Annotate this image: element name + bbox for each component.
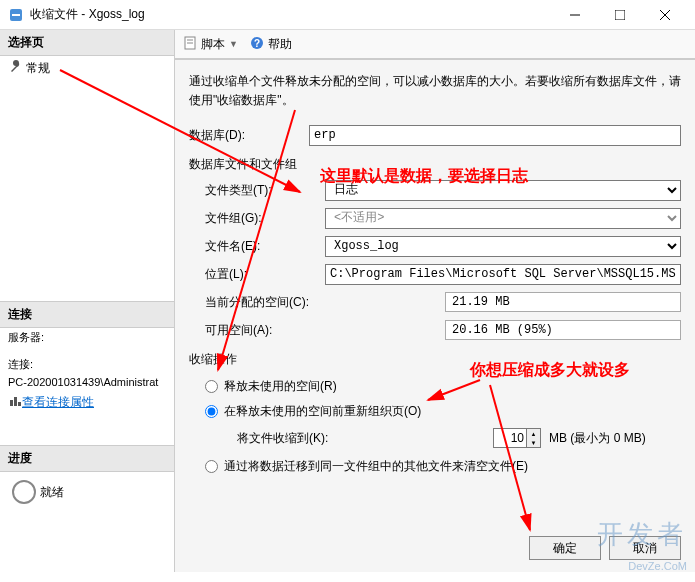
svg-text:?: ? (254, 38, 260, 49)
properties-icon (8, 394, 22, 411)
radio-reorganize[interactable] (205, 405, 218, 418)
sidebar: 选择页 常规 连接 服务器: 连接: PC-202001031439\Admin… (0, 30, 175, 572)
watermark-text: 开发者 (597, 517, 687, 552)
app-icon (8, 7, 24, 23)
filetype-label: 文件类型(T): (205, 182, 325, 199)
filegroup-section-label: 数据库文件和文件组 (189, 156, 681, 173)
shrink-size-input[interactable] (494, 429, 526, 447)
maximize-button[interactable] (597, 0, 642, 29)
connection-value: PC-202001031439\Administrat (0, 374, 174, 390)
filegroup-select[interactable]: <不适用> (325, 208, 681, 229)
filetype-select[interactable]: 日志 (325, 180, 681, 201)
ok-button[interactable]: 确定 (529, 536, 601, 560)
avail-space-value: 20.16 MB (95%) (445, 320, 681, 340)
script-button[interactable]: 脚本 ▼ (183, 36, 238, 53)
view-props-link[interactable]: 查看连接属性 (22, 394, 94, 411)
radio3-label: 通过将数据迁移到同一文件组中的其他文件来清空文件(E) (224, 458, 528, 475)
watermark-url: DevZe.CoM (628, 560, 687, 572)
select-page-header: 选择页 (0, 30, 174, 56)
radio-release-unused[interactable] (205, 380, 218, 393)
help-label: 帮助 (268, 36, 292, 53)
progress-status: 就绪 (0, 472, 174, 512)
close-button[interactable] (642, 0, 687, 29)
progress-text: 就绪 (40, 484, 64, 501)
radio1-label: 释放未使用的空间(R) (224, 378, 337, 395)
sidebar-item-label: 常规 (26, 60, 50, 77)
script-icon (183, 36, 197, 53)
avail-space-label: 可用空间(A): (205, 322, 445, 339)
connection-header: 连接 (0, 301, 174, 328)
spinner-down[interactable]: ▼ (527, 438, 540, 447)
progress-header: 进度 (0, 445, 174, 472)
help-button[interactable]: ? 帮助 (250, 36, 292, 53)
filegroup-label: 文件组(G): (205, 210, 325, 227)
help-icon: ? (250, 36, 264, 53)
connection-label: 连接: (0, 355, 174, 374)
svg-rect-3 (615, 10, 625, 20)
radio2-label: 在释放未使用的空间前重新组织页(O) (224, 403, 421, 420)
progress-circle-icon (12, 480, 36, 504)
view-connection-props[interactable]: 查看连接属性 (0, 390, 174, 415)
script-label: 脚本 (201, 36, 225, 53)
radio-empty-file[interactable] (205, 460, 218, 473)
spinner-up[interactable]: ▲ (527, 429, 540, 438)
database-field[interactable] (309, 125, 681, 146)
titlebar: 收缩文件 - Xgoss_log (0, 0, 695, 30)
filename-select[interactable]: Xgoss_log (325, 236, 681, 257)
wrench-icon (8, 60, 22, 77)
database-label: 数据库(D): (189, 127, 309, 144)
window-title: 收缩文件 - Xgoss_log (30, 6, 552, 23)
location-field[interactable] (325, 264, 681, 285)
current-space-value: 21.19 MB (445, 292, 681, 312)
svg-rect-7 (14, 397, 17, 406)
chevron-down-icon: ▼ (229, 39, 238, 49)
shrink-action-label: 收缩操作 (189, 351, 681, 368)
svg-rect-6 (10, 400, 13, 406)
svg-rect-8 (18, 402, 21, 406)
filename-label: 文件名(E): (205, 238, 325, 255)
shrink-to-label: 将文件收缩到(K): (237, 430, 397, 447)
help-text: 通过收缩单个文件释放未分配的空间，可以减小数据库的大小。若要收缩所有数据库文件，… (189, 72, 681, 110)
shrink-size-spinner[interactable]: ▲▼ (493, 428, 541, 448)
sidebar-item-general[interactable]: 常规 (0, 56, 174, 81)
location-label: 位置(L): (205, 266, 325, 283)
current-space-label: 当前分配的空间(C): (205, 294, 445, 311)
content-pane: 脚本 ▼ ? 帮助 通过收缩单个文件释放未分配的空间，可以减小数据库的大小。若要… (175, 30, 695, 572)
content-toolbar: 脚本 ▼ ? 帮助 (175, 30, 695, 60)
minimize-button[interactable] (552, 0, 597, 29)
server-label: 服务器: (0, 328, 174, 347)
shrink-to-unit: MB (最小为 0 MB) (549, 430, 646, 447)
svg-rect-1 (12, 14, 20, 16)
